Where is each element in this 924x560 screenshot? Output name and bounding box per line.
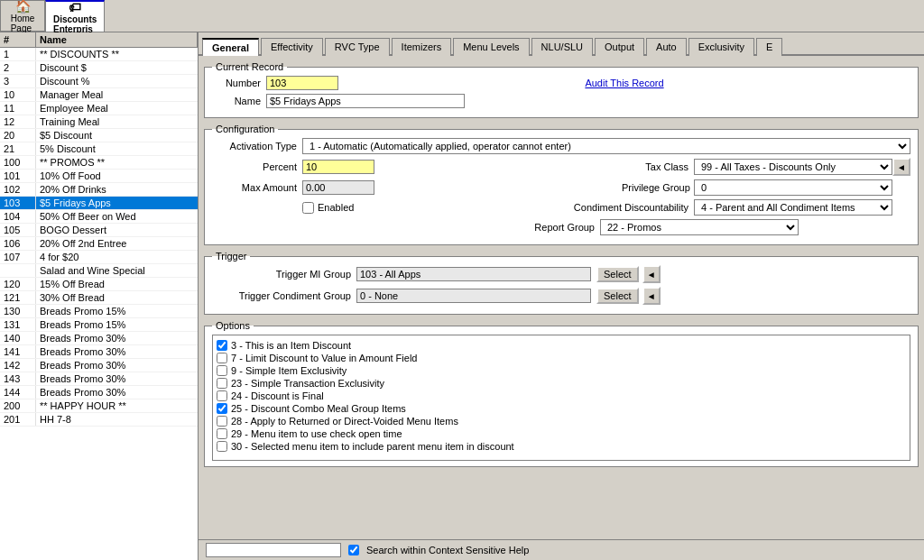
list-item[interactable]: 141Breads Promo 30% bbox=[0, 345, 198, 359]
list-body[interactable]: 1** DISCOUNTS **2Discount $3Discount %10… bbox=[0, 48, 198, 560]
name-row: Name bbox=[212, 94, 910, 108]
bottom-bar: Search within Context Sensitive Help bbox=[199, 539, 924, 560]
list-item[interactable]: 10450% Off Beer on Wed bbox=[0, 210, 198, 224]
list-item[interactable]: 100** PROMOS ** bbox=[0, 156, 198, 170]
list-name: 4 for $20 bbox=[36, 251, 198, 263]
list-item[interactable]: 10220% Off Drinks bbox=[0, 183, 198, 197]
enabled-checkbox[interactable] bbox=[302, 202, 314, 214]
list-item[interactable]: 12130% Off Bread bbox=[0, 291, 198, 305]
discounts-label: DiscountsEnterpris bbox=[53, 14, 97, 34]
list-num: 142 bbox=[0, 359, 36, 372]
current-record-legend: Current Record bbox=[212, 61, 287, 72]
list-item[interactable]: 10620% Off 2nd Entree bbox=[0, 237, 198, 251]
option-item: 24 - Discount is Final bbox=[217, 390, 906, 402]
list-num: 106 bbox=[0, 237, 36, 250]
list-item[interactable]: 10Manager Meal bbox=[0, 88, 198, 102]
tab-general[interactable]: General bbox=[202, 38, 259, 56]
option-checkbox-24[interactable] bbox=[217, 390, 227, 401]
list-item[interactable]: 103$5 Fridays Apps bbox=[0, 197, 198, 210]
tax-class-arrow-btn[interactable]: ◄ bbox=[892, 158, 910, 176]
tab-auto[interactable]: Auto bbox=[646, 38, 687, 56]
list-item[interactable]: 105BOGO Dessert bbox=[0, 224, 198, 237]
option-item: 7 - Limit Discount to Value in Amount Fi… bbox=[217, 352, 906, 364]
list-item[interactable]: 11Employee Meal bbox=[0, 102, 198, 115]
trigger-condiment-select-btn[interactable]: Select bbox=[596, 288, 639, 304]
list-item[interactable]: 140Breads Promo 30% bbox=[0, 332, 198, 345]
list-item[interactable]: 130Breads Promo 15% bbox=[0, 305, 198, 318]
report-group-label: Report Group bbox=[456, 222, 600, 233]
name-label: Name bbox=[212, 96, 266, 106]
list-item[interactable]: 215% Discount bbox=[0, 142, 198, 156]
option-checkbox-23[interactable] bbox=[217, 378, 227, 389]
trigger-mi-arrow-btn[interactable]: ◄ bbox=[642, 265, 661, 283]
trigger-condiment-arrow-btn[interactable]: ◄ bbox=[642, 287, 661, 305]
option-item: 9 - Simple Item Exclusivity bbox=[217, 364, 906, 377]
maxamount-privgroup-row: Max Amount Privilege Group 0 bbox=[212, 179, 910, 196]
max-amount-input[interactable] bbox=[302, 180, 374, 195]
list-item[interactable]: 1** DISCOUNTS ** bbox=[0, 48, 198, 61]
option-checkbox-29[interactable] bbox=[217, 428, 227, 439]
tab-menu_levels[interactable]: Menu Levels bbox=[453, 38, 529, 56]
list-item[interactable]: 201HH 7-8 bbox=[0, 413, 198, 427]
list-item[interactable]: 144Breads Promo 30% bbox=[0, 386, 198, 399]
report-group-select[interactable]: 22 - Promos bbox=[600, 219, 799, 235]
list-item[interactable]: 3Discount % bbox=[0, 75, 198, 88]
tab-nlu_slu[interactable]: NLU/SLU bbox=[531, 38, 593, 56]
col-name-header: Name bbox=[36, 32, 198, 47]
list-num: 20 bbox=[0, 129, 36, 142]
privilege-group-select[interactable]: 0 bbox=[694, 179, 892, 196]
trigger-mi-input[interactable] bbox=[356, 267, 591, 281]
discounts-button[interactable]: 🏷 DiscountsEnterpris bbox=[45, 0, 105, 32]
list-item[interactable]: 12015% Off Bread bbox=[0, 278, 198, 291]
list-num: 130 bbox=[0, 305, 36, 317]
name-input[interactable] bbox=[266, 94, 465, 108]
list-item[interactable]: Salad and Wine Special bbox=[0, 264, 198, 278]
list-item[interactable]: 200** HAPPY HOUR ** bbox=[0, 399, 198, 413]
tab-rvc_type[interactable]: RVC Type bbox=[325, 38, 390, 56]
activation-type-label: Activation Type bbox=[212, 141, 302, 151]
condiment-select[interactable]: 4 - Parent and All Condiment Items bbox=[694, 199, 892, 216]
option-label: 23 - Simple Transaction Exclusivity bbox=[231, 378, 384, 389]
list-name: 30% Off Bread bbox=[36, 291, 198, 304]
search-within-label: Search within Context Sensitive Help bbox=[366, 545, 529, 555]
option-checkbox-30[interactable] bbox=[217, 441, 227, 452]
trigger-mi-select-btn[interactable]: Select bbox=[596, 266, 639, 282]
option-checkbox-7[interactable] bbox=[217, 353, 227, 363]
list-item[interactable]: 1074 for $20 bbox=[0, 251, 198, 264]
search-within-checkbox[interactable] bbox=[348, 545, 359, 555]
option-label: 28 - Apply to Returned or Direct-Voided … bbox=[231, 416, 458, 427]
tab-exclusivity[interactable]: Exclusivity bbox=[688, 38, 754, 56]
search-input[interactable] bbox=[206, 543, 341, 557]
list-num: 121 bbox=[0, 291, 36, 304]
list-item[interactable]: 143Breads Promo 30% bbox=[0, 372, 198, 386]
list-num: 102 bbox=[0, 183, 36, 196]
list-item[interactable]: 10110% Off Food bbox=[0, 170, 198, 183]
number-input[interactable] bbox=[266, 76, 338, 90]
option-item: 28 - Apply to Returned or Direct-Voided … bbox=[217, 415, 906, 427]
tab-e[interactable]: E bbox=[756, 38, 782, 56]
tab-effectivity[interactable]: Effectivity bbox=[261, 38, 323, 56]
percent-input[interactable] bbox=[302, 160, 374, 174]
list-item[interactable]: 131Breads Promo 15% bbox=[0, 318, 198, 332]
list-item[interactable]: 12Training Meal bbox=[0, 115, 198, 129]
tax-class-select[interactable]: 99 - All Taxes - Discounts Only bbox=[694, 159, 892, 175]
option-checkbox-3[interactable] bbox=[217, 340, 227, 351]
list-num: 105 bbox=[0, 224, 36, 236]
list-num: 12 bbox=[0, 115, 36, 128]
tab-itemizers[interactable]: Itemizers bbox=[392, 38, 452, 56]
activation-type-select[interactable]: 1 - Automatic (Automatically applied, op… bbox=[302, 138, 910, 154]
option-label: 9 - Simple Item Exclusivity bbox=[231, 365, 346, 376]
option-checkbox-25[interactable] bbox=[217, 403, 227, 414]
audit-link[interactable]: Audit This Record bbox=[585, 78, 663, 88]
list-item[interactable]: 20$5 Discount bbox=[0, 129, 198, 142]
list-num: 143 bbox=[0, 372, 36, 385]
tab-output[interactable]: Output bbox=[595, 38, 644, 56]
list-item[interactable]: 2Discount $ bbox=[0, 61, 198, 75]
home-button[interactable]: 🏠 HomePage bbox=[0, 0, 45, 32]
trigger-condiment-input[interactable] bbox=[356, 289, 591, 303]
option-checkbox-9[interactable] bbox=[217, 365, 227, 376]
option-checkbox-28[interactable] bbox=[217, 416, 227, 427]
list-item[interactable]: 142Breads Promo 30% bbox=[0, 359, 198, 372]
list-name: ** PROMOS ** bbox=[36, 156, 198, 169]
option-item: 23 - Simple Transaction Exclusivity bbox=[217, 377, 906, 390]
